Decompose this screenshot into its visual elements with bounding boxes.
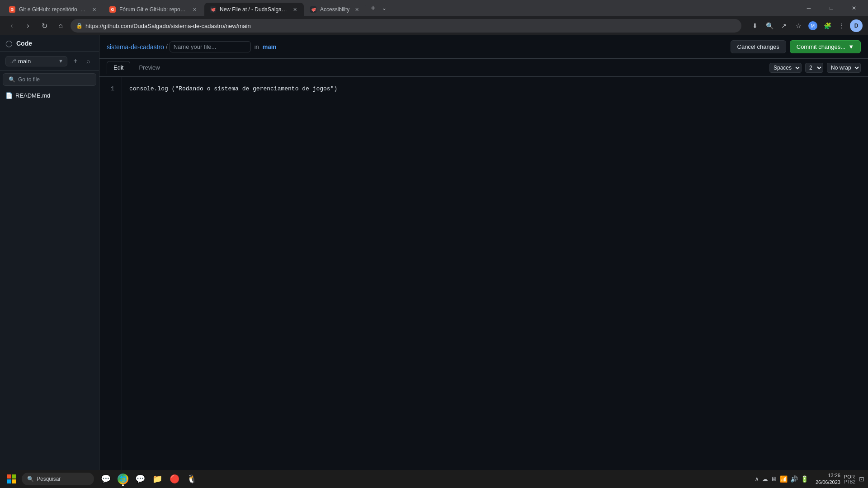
tab-new-file[interactable]: 🐙 New File at / - DudaSalgado/sistem... …: [204, 3, 304, 16]
svg-rect-3: [12, 479, 16, 483]
start-button[interactable]: [4, 471, 20, 487]
tab-favicon-access: 🐙: [310, 6, 316, 13]
go-to-file-label: Go to file: [18, 76, 40, 83]
commit-label: Commit changes...: [797, 43, 845, 50]
go-to-file-icon: 🔍: [9, 76, 15, 83]
breadcrumb: sistema-de-cadastro / in main: [107, 41, 727, 52]
tab-favicon-forum: G: [109, 6, 116, 13]
tab-forum[interactable]: G Fórum Git e GitHub: repositório, co...…: [104, 3, 203, 16]
cloud-icon[interactable]: ☁: [762, 475, 768, 483]
new-tab-button[interactable]: +: [367, 2, 379, 14]
taskbar-app-files[interactable]: 📁: [149, 471, 165, 487]
main-layout: ◯ Code ⎇ main ▼ + ⌕ 🔍 Go to file: [0, 35, 868, 488]
sidebar: ◯ Code ⎇ main ▼ + ⌕ 🔍 Go to file: [0, 35, 99, 488]
tab-git[interactable]: G Git e GitHub: repositório, commit e...…: [4, 3, 103, 16]
cancel-changes-button[interactable]: Cancel changes: [731, 40, 786, 53]
forward-button[interactable]: ›: [22, 19, 34, 32]
tab-label-access: Accessibility: [320, 6, 349, 13]
svg-rect-1: [12, 474, 16, 479]
spaces-select[interactable]: Spaces: [769, 63, 802, 73]
wrap-select[interactable]: No wrap: [827, 63, 861, 73]
display-icon[interactable]: 🖥: [771, 475, 777, 483]
language-indicator: POR PTB2: [844, 474, 855, 484]
branch-selector[interactable]: ⎇ main ▼: [5, 56, 67, 66]
zoom-icon[interactable]: 🔍: [763, 19, 776, 32]
taskbar-search-icon: 🔍: [27, 476, 34, 482]
close-button[interactable]: ✕: [844, 1, 864, 15]
github-app: ◯ Code ⎇ main ▼ + ⌕ 🔍 Go to file: [0, 35, 868, 488]
taskbar-search-text: Pesquisar: [37, 476, 61, 482]
clock-time: 13:26: [816, 472, 840, 479]
home-button[interactable]: ⌂: [54, 19, 67, 32]
bookmark-icon[interactable]: ☆: [792, 19, 805, 32]
go-to-file-button[interactable]: 🔍 Go to file: [3, 73, 96, 86]
battery-icon[interactable]: 🔋: [801, 475, 808, 483]
reload-button[interactable]: ↻: [38, 19, 51, 32]
profile-icon[interactable]: M: [807, 19, 819, 32]
branch-icon: ⎇: [9, 58, 16, 65]
notification-icon[interactable]: ⊡: [859, 475, 864, 483]
taskbar-right: ∧ ☁ 🖥 📶 🔊 🔋 13:26 26/06/2023 POR PTB2 ⊡: [751, 472, 864, 486]
url-text: https://github.com/DudaSalgado/sistema-d…: [85, 23, 736, 29]
share-icon[interactable]: ↗: [778, 19, 790, 32]
tab-favicon-new: 🐙: [210, 6, 216, 13]
taskbar-app-ubuntu[interactable]: 🐧: [184, 471, 200, 487]
browser-chrome: G Git e GitHub: repositório, commit e...…: [0, 0, 868, 35]
user-avatar[interactable]: D: [850, 19, 863, 32]
address-bar: ‹ › ↻ ⌂ 🔒 https://github.com/DudaSalgado…: [0, 16, 868, 35]
add-file-button[interactable]: +: [70, 56, 81, 66]
tab-bar: G Git e GitHub: repositório, commit e...…: [0, 0, 868, 16]
language-code: POR: [844, 474, 855, 479]
editor-settings: Spaces 2 No wrap: [769, 63, 861, 73]
indent-select[interactable]: 2: [805, 63, 823, 73]
branch-chevron-icon: ▼: [58, 58, 63, 64]
back-button[interactable]: ‹: [5, 19, 18, 32]
restore-button[interactable]: □: [821, 1, 842, 15]
tab-edit[interactable]: Edit: [107, 61, 130, 74]
volume-icon[interactable]: 🔊: [790, 475, 798, 483]
commit-changes-button[interactable]: Commit changes... ▼: [790, 40, 861, 53]
svg-rect-0: [7, 474, 11, 479]
language-variant: PTB2: [844, 479, 855, 484]
url-bar[interactable]: 🔒 https://github.com/DudaSalgado/sistema…: [71, 19, 741, 33]
file-name-input[interactable]: [170, 41, 251, 52]
tab-close-git[interactable]: ✕: [90, 6, 98, 13]
minimize-button[interactable]: ─: [798, 1, 819, 15]
taskbar: 🔍 Pesquisar 💬 🌐 💬 📁 🔴 🐧 ∧ ☁ 🖥 📶 🔊 🔋 13:2…: [0, 470, 868, 488]
taskbar-search[interactable]: 🔍 Pesquisar: [22, 473, 94, 485]
search-files-button[interactable]: ⌕: [83, 56, 94, 66]
commit-dropdown-icon: ▼: [848, 43, 854, 50]
tab-label-new: New File at / - DudaSalgado/sistem...: [220, 6, 288, 13]
taskbar-app-browser-dot: [122, 484, 124, 486]
taskbar-app-chrome[interactable]: 🔴: [166, 471, 183, 487]
file-icon-readme: 📄: [5, 92, 13, 99]
menu-button[interactable]: ⋮: [835, 19, 848, 32]
svg-rect-2: [7, 479, 11, 483]
tab-close-new[interactable]: ✕: [291, 6, 298, 13]
branch-indicator-name: main: [263, 43, 276, 50]
tab-close-forum[interactable]: ✕: [191, 6, 198, 13]
clock[interactable]: 13:26 26/06/2023: [816, 472, 840, 486]
tab-close-access[interactable]: ✕: [353, 6, 360, 13]
download-icon[interactable]: ⬇: [749, 19, 761, 32]
lock-icon: 🔒: [76, 23, 83, 29]
taskbar-app-browser[interactable]: 🌐: [115, 471, 131, 487]
tab-label-git: Git e GitHub: repositório, commit e...: [19, 6, 87, 13]
editor-area: sistema-de-cadastro / in main Cancel cha…: [99, 35, 868, 488]
tab-overflow[interactable]: ⌄: [382, 5, 387, 11]
taskbar-app-cortana[interactable]: 💬: [98, 471, 114, 487]
tab-preview[interactable]: Preview: [132, 61, 166, 74]
tab-accessibility[interactable]: 🐙 Accessibility ✕: [305, 3, 366, 16]
sys-tray: ∧ ☁ 🖥 📶 🔊 🔋: [751, 475, 812, 483]
extensions-icon[interactable]: 🧩: [821, 19, 834, 32]
code-content[interactable]: console.log ("Rodando o sistema de geren…: [122, 77, 868, 474]
chevron-up-icon[interactable]: ∧: [755, 475, 759, 483]
line-numbers: 1: [99, 77, 122, 474]
breadcrumb-separator: /: [166, 43, 168, 51]
file-item-readme[interactable]: 📄 README.md: [0, 90, 99, 101]
repo-link[interactable]: sistema-de-cadastro: [107, 43, 164, 51]
code-editor: 1 console.log ("Rodando o sistema de ger…: [99, 77, 868, 474]
branch-prefix: in: [255, 43, 259, 50]
network-icon[interactable]: 📶: [780, 475, 788, 483]
taskbar-app-discord[interactable]: 💬: [132, 471, 148, 487]
